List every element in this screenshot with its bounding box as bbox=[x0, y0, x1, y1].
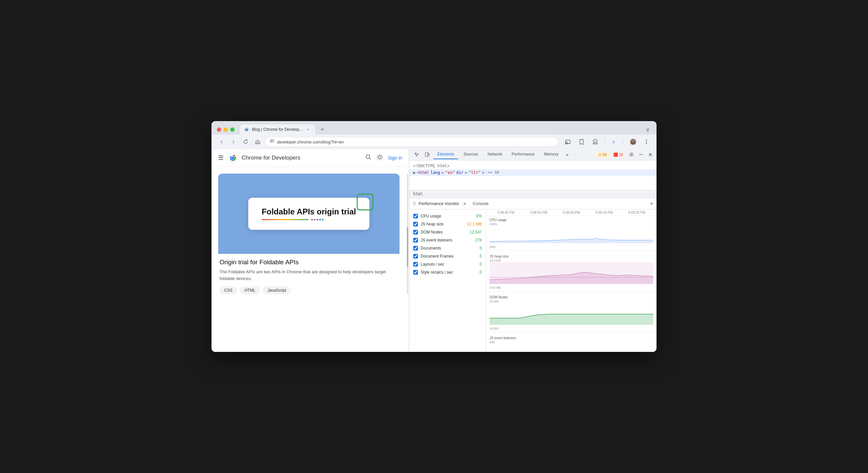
new-tab-button[interactable]: + bbox=[318, 125, 327, 134]
sign-in-button[interactable]: Sign in bbox=[388, 155, 402, 161]
forward-button[interactable] bbox=[229, 137, 238, 147]
dot-red bbox=[311, 219, 313, 220]
site-search-icon[interactable] bbox=[365, 154, 372, 162]
metric-checkbox-js-listeners[interactable] bbox=[413, 238, 418, 243]
js-heap-chart bbox=[490, 262, 653, 284]
metric-label-dom-nodes: DOM Nodes bbox=[421, 230, 462, 234]
metric-label-js-heap: JS heap size bbox=[421, 222, 462, 226]
dt-tab-memory[interactable]: Memory bbox=[540, 150, 562, 159]
svg-rect-19 bbox=[428, 154, 429, 156]
svg-text:G: G bbox=[612, 140, 615, 144]
metric-label-cpu: CPU usage bbox=[421, 214, 462, 218]
tag-html[interactable]: HTML bbox=[240, 286, 260, 294]
chart-section-dom-nodes: DOM Nodes 20,000 10,000 bbox=[486, 292, 656, 333]
dt-tab-performance[interactable]: Performance bbox=[507, 150, 539, 159]
theme-toggle-icon[interactable] bbox=[376, 154, 383, 162]
svg-point-20 bbox=[631, 154, 632, 156]
html-selected-line[interactable]: ▶ <html lang="en" dir="ltr"> == $0 bbox=[409, 169, 656, 176]
website-panel: ☰ Chrome for Developers bbox=[212, 149, 409, 352]
tab-title: Blog | Chrome for Develop... bbox=[252, 127, 303, 132]
js-listeners-chart bbox=[490, 344, 653, 349]
time-label-5: 5:09:20 PM bbox=[620, 211, 653, 214]
dt-warning-badge: ⚠ 19 bbox=[596, 152, 609, 158]
metric-value-js-heap: 12.1 MB bbox=[465, 222, 482, 226]
site-navbar: ☰ Chrome for Developers bbox=[212, 149, 409, 167]
metric-row-cpu: CPU usage 0% bbox=[409, 212, 486, 220]
chart-section-js-listeners: JS event listeners 400 200 bbox=[486, 333, 656, 349]
svg-point-17 bbox=[378, 156, 381, 159]
scroll-thumb[interactable] bbox=[407, 227, 408, 267]
site-content: Foldable APIs origin trial bbox=[212, 167, 409, 352]
close-traffic-light[interactable] bbox=[217, 127, 221, 132]
google-account-icon[interactable]: G bbox=[611, 138, 617, 145]
extension-icon[interactable] bbox=[590, 137, 600, 147]
url-bar[interactable]: developer.chrome.com/blog?hl=en bbox=[265, 137, 558, 147]
refresh-button[interactable] bbox=[241, 137, 250, 147]
chrome-logo-icon bbox=[227, 153, 238, 163]
metric-checkbox-documents[interactable] bbox=[413, 246, 418, 251]
metric-checkbox-js-heap[interactable] bbox=[413, 222, 418, 226]
dt-tab-sources[interactable]: Sources bbox=[459, 150, 482, 159]
tag-css[interactable]: CSS bbox=[219, 286, 237, 294]
active-tab[interactable]: Blog | Chrome for Develop... × bbox=[240, 124, 315, 134]
svg-marker-25 bbox=[490, 238, 653, 243]
inspect-icon[interactable] bbox=[412, 151, 421, 159]
metric-row-layouts: Layouts / sec 0 bbox=[409, 260, 486, 268]
bookmark-icon[interactable] bbox=[577, 137, 586, 147]
metric-checkbox-doc-frames[interactable] bbox=[413, 254, 418, 259]
dt-tab-elements[interactable]: Elements bbox=[433, 150, 458, 159]
site-name: Chrome for Developers bbox=[242, 155, 301, 161]
home-button[interactable] bbox=[253, 137, 262, 147]
tab-close-button[interactable]: × bbox=[305, 127, 311, 132]
minimize-traffic-light[interactable] bbox=[223, 127, 228, 132]
console-tab-button[interactable]: Console bbox=[470, 200, 492, 208]
metric-label-documents: Documents bbox=[421, 246, 462, 251]
metric-row-dom-nodes: DOM Nodes 12,647 bbox=[409, 228, 486, 236]
profile-icon[interactable] bbox=[628, 137, 638, 147]
metric-value-doc-frames: 5 bbox=[465, 254, 482, 259]
perf-header: ⠿ Performance monitor × Console × bbox=[409, 198, 656, 210]
svg-point-23 bbox=[642, 154, 643, 155]
perf-monitor-close-tab-icon[interactable]: × bbox=[462, 200, 467, 207]
cast-icon[interactable] bbox=[563, 137, 573, 147]
dt-more-tabs-icon[interactable]: » bbox=[564, 151, 570, 159]
metric-checkbox-cpu[interactable] bbox=[413, 214, 418, 218]
metric-value-documents: 5 bbox=[465, 246, 482, 251]
perf-monitor-close-button[interactable]: × bbox=[650, 201, 653, 207]
site-logo: Chrome for Developers bbox=[227, 153, 301, 163]
green-box-decoration bbox=[357, 194, 373, 211]
hamburger-menu[interactable]: ☰ bbox=[218, 154, 223, 162]
devtools-toolbar: Elements Sources Network Performance Mem… bbox=[409, 149, 656, 161]
svg-point-21 bbox=[640, 154, 641, 155]
dt-tab-network[interactable]: Network bbox=[484, 150, 506, 159]
metric-row-js-heap: JS heap size 12.1 MB bbox=[409, 220, 486, 228]
svg-point-6 bbox=[565, 144, 566, 145]
card-image: Foldable APIs origin trial bbox=[218, 174, 400, 254]
url-text: developer.chrome.com/blog?hl=en bbox=[277, 139, 554, 145]
metric-value-cpu: 0% bbox=[465, 214, 482, 218]
metric-checkbox-dom-nodes[interactable] bbox=[413, 230, 418, 234]
device-mode-icon[interactable] bbox=[423, 151, 432, 159]
chart-title-js-listeners: JS event listeners bbox=[490, 336, 516, 340]
dt-close-button[interactable]: ✕ bbox=[647, 150, 654, 159]
chart-scroll-area[interactable]: CPU usage 100% 50% bbox=[486, 216, 656, 349]
chrome-menu-icon[interactable] bbox=[642, 137, 651, 147]
drag-handle-icon: ⠿ bbox=[412, 201, 416, 207]
tab-overflow-icon[interactable]: ∨ bbox=[645, 125, 651, 134]
chart-subtitle-dom-10000: 10,000 bbox=[490, 327, 499, 330]
dt-more-button[interactable] bbox=[638, 151, 645, 158]
metric-checkbox-layouts[interactable] bbox=[413, 262, 418, 266]
perf-metrics-list: CPU usage 0% JS heap size 12.1 MB DOM No… bbox=[409, 210, 486, 352]
dt-settings-button[interactable] bbox=[627, 151, 636, 159]
svg-point-12 bbox=[646, 143, 647, 144]
toolbar-divider-2 bbox=[623, 138, 623, 145]
tag-javascript[interactable]: JavaScript bbox=[263, 286, 291, 294]
card-image-inner: Foldable APIs origin trial bbox=[248, 198, 369, 230]
maximize-traffic-light[interactable] bbox=[230, 127, 235, 132]
time-label-4: 5:09:10 PM bbox=[588, 211, 620, 214]
metric-checkbox-style-recalcs[interactable] bbox=[413, 270, 418, 275]
back-button[interactable] bbox=[217, 137, 226, 147]
chart-section-js-heap: JS heap size 20.0 MB 10.0 MB bbox=[486, 251, 656, 292]
blog-card: Foldable APIs origin trial bbox=[218, 174, 400, 294]
charts-area: 5:08:40 PM 5:08:50 PM 5:09:00 PM 5:09:10… bbox=[486, 210, 656, 352]
